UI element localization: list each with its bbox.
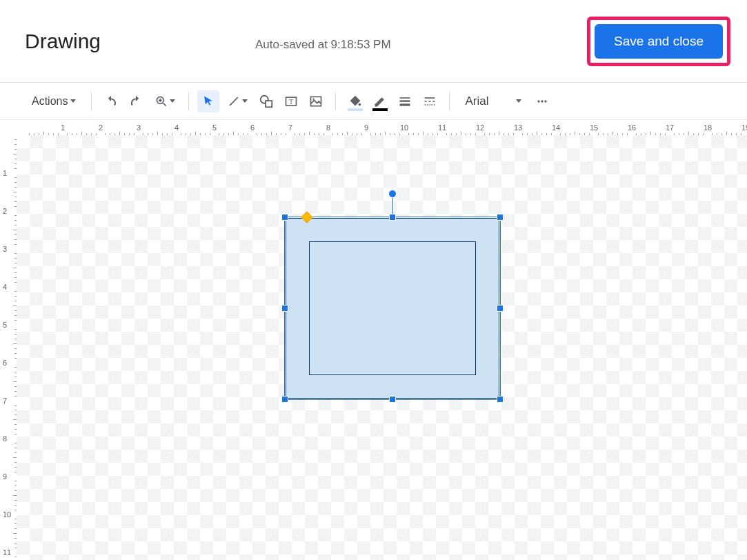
chevron-down-icon: [170, 99, 175, 103]
svg-point-10: [313, 98, 315, 100]
fill-icon: [348, 94, 363, 109]
border-color-swatch: [372, 108, 388, 111]
select-tool-button[interactable]: [197, 90, 219, 112]
redo-icon: [129, 94, 143, 108]
chevron-down-icon: [242, 99, 248, 103]
more-horizontal-icon: [535, 94, 549, 108]
shape-icon: [259, 94, 274, 109]
svg-rect-14: [400, 103, 410, 106]
pencil-icon: [373, 94, 387, 108]
line-weight-icon: [398, 94, 412, 108]
chevron-down-icon: [516, 99, 521, 103]
font-family-select[interactable]: Arial: [458, 92, 528, 111]
separator: [188, 92, 189, 111]
save-and-close-button[interactable]: Save and close: [595, 24, 723, 59]
frame-shape[interactable]: [286, 218, 499, 399]
border-dash-button[interactable]: [419, 90, 441, 112]
frame-shape-inner: [309, 241, 476, 375]
actions-menu-button[interactable]: Actions: [25, 91, 83, 112]
image-tool-button[interactable]: [305, 90, 327, 112]
undo-icon: [104, 94, 118, 108]
more-options-button[interactable]: [531, 90, 553, 112]
separator: [91, 92, 92, 111]
textbox-icon: T: [284, 94, 298, 108]
autosave-status: Auto-saved at 9:18:53 PM: [255, 38, 391, 52]
actions-label: Actions: [32, 95, 68, 108]
line-icon: [227, 94, 241, 108]
drawing-canvas[interactable]: [17, 135, 747, 560]
svg-point-19: [541, 100, 544, 102]
svg-text:T: T: [289, 98, 293, 106]
redo-button[interactable]: [125, 90, 147, 112]
line-dash-icon: [423, 94, 437, 108]
chevron-down-icon: [70, 99, 76, 103]
save-close-highlight: Save and close: [587, 17, 730, 66]
svg-rect-12: [400, 97, 410, 99]
dialog-title: Drawing: [25, 30, 101, 53]
svg-point-20: [545, 100, 547, 102]
cursor-icon: [201, 94, 215, 108]
svg-point-11: [359, 103, 361, 106]
border-color-button[interactable]: [369, 90, 391, 112]
toolbar: Actions T: [0, 83, 747, 120]
vertical-ruler: 1234567891011: [0, 135, 17, 560]
undo-button[interactable]: [100, 90, 122, 112]
svg-rect-6: [266, 101, 272, 107]
image-icon: [309, 94, 323, 108]
shape-tool-button[interactable]: [255, 90, 277, 112]
horizontal-ruler: 12345678910111213141516171819: [17, 121, 747, 135]
svg-line-4: [230, 97, 239, 106]
zoom-icon: [155, 94, 168, 108]
rotation-handle[interactable]: [388, 190, 397, 198]
svg-rect-13: [400, 100, 410, 102]
separator: [335, 92, 336, 111]
textbox-tool-button[interactable]: T: [280, 90, 302, 112]
fill-color-button[interactable]: [344, 90, 366, 112]
font-label: Arial: [465, 94, 488, 108]
line-tool-button[interactable]: [222, 90, 252, 112]
svg-line-1: [163, 103, 166, 106]
zoom-button[interactable]: [150, 90, 180, 112]
fill-color-swatch: [348, 108, 363, 111]
svg-point-18: [538, 100, 540, 102]
separator: [449, 92, 450, 111]
dialog-header: Drawing Auto-saved at 9:18:53 PM Save an…: [0, 0, 747, 83]
rotation-line: [392, 194, 393, 214]
border-weight-button[interactable]: [394, 90, 416, 112]
